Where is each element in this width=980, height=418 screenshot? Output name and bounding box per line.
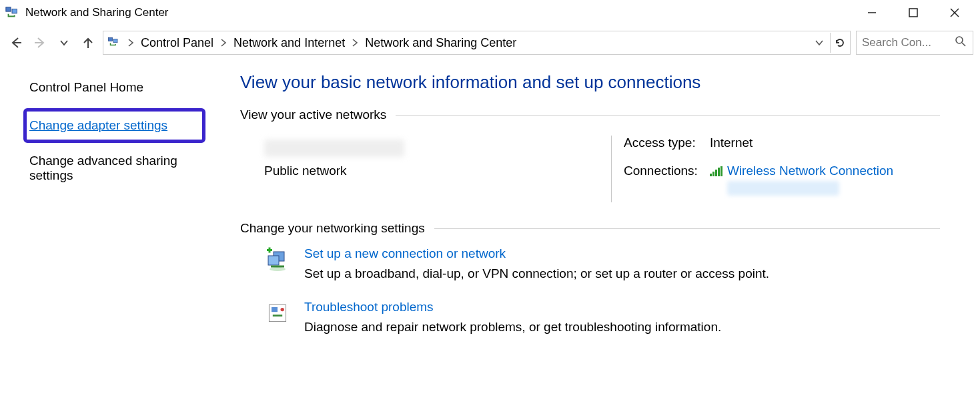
- connection-link[interactable]: Wireless Network Connection: [727, 164, 893, 178]
- breadcrumb-separator-icon[interactable]: [217, 38, 229, 47]
- breadcrumb-item-control-panel[interactable]: Control Panel: [137, 35, 217, 51]
- svg-point-10: [956, 37, 963, 43]
- search-box[interactable]: [856, 31, 973, 55]
- svg-point-21: [270, 267, 286, 271]
- divider: [396, 115, 940, 116]
- network-center-icon: [107, 36, 121, 49]
- up-button[interactable]: [79, 33, 97, 52]
- svg-point-24: [281, 308, 284, 311]
- back-button[interactable]: [7, 33, 25, 52]
- sidebar-link-control-panel-home[interactable]: Control Panel Home: [29, 80, 224, 95]
- close-button[interactable]: [945, 3, 964, 22]
- breadcrumb-item-network-sharing[interactable]: Network and Sharing Center: [361, 35, 520, 51]
- svg-line-11: [962, 43, 965, 46]
- svg-rect-14: [715, 170, 717, 176]
- svg-rect-1: [12, 9, 17, 13]
- svg-rect-15: [718, 168, 720, 176]
- window-controls: [863, 3, 976, 22]
- section-title: Change your networking settings: [240, 221, 425, 236]
- maximize-button[interactable]: [904, 3, 923, 22]
- access-type-label: Access type:: [624, 136, 698, 150]
- address-dropdown-button[interactable]: [810, 33, 829, 53]
- forward-button[interactable]: [31, 33, 49, 52]
- network-type: Public network: [264, 164, 611, 178]
- breadcrumb-item-network-internet[interactable]: Network and Internet: [229, 35, 349, 51]
- svg-rect-18: [268, 256, 279, 265]
- breadcrumb-label: Network and Sharing Center: [361, 35, 520, 51]
- sidebar: Control Panel Home Change adapter settin…: [0, 72, 240, 353]
- search-icon[interactable]: [955, 36, 967, 49]
- troubleshoot-item: Troubleshoot problems Diagnose and repai…: [264, 300, 940, 335]
- navigation-bar: Control Panel Network and Internet Netwo…: [0, 25, 980, 60]
- minimize-button[interactable]: [863, 3, 881, 22]
- svg-rect-8: [109, 37, 113, 41]
- troubleshoot-desc: Diagnose and repair network problems, or…: [304, 320, 721, 335]
- page-heading: View your basic network information and …: [240, 72, 940, 93]
- section-header-active-networks: View your active networks: [240, 108, 940, 122]
- svg-rect-20: [269, 248, 271, 253]
- recent-locations-button[interactable]: [55, 33, 73, 52]
- svg-rect-13: [712, 172, 714, 176]
- svg-rect-16: [720, 166, 722, 176]
- network-name-redacted: [264, 140, 404, 157]
- sidebar-link-change-adapter[interactable]: Change adapter settings: [29, 118, 167, 133]
- setup-connection-desc: Set up a broadband, dial-up, or VPN conn…: [304, 266, 769, 281]
- svg-rect-9: [113, 39, 117, 43]
- svg-rect-12: [710, 174, 712, 176]
- network-center-icon: [4, 5, 20, 21]
- breadcrumb-separator-icon[interactable]: [125, 38, 137, 47]
- active-network-panel: Public network Access type: Internet Con…: [240, 133, 940, 221]
- window-title: Network and Sharing Center: [25, 6, 169, 19]
- setup-connection-link[interactable]: Set up a new connection or network: [304, 246, 769, 261]
- setup-connection-item: Set up a new connection or network Set u…: [264, 246, 940, 281]
- setup-connection-icon: [264, 246, 291, 273]
- svg-rect-23: [272, 307, 278, 312]
- vertical-divider: [611, 136, 612, 202]
- section-title: View your active networks: [240, 108, 386, 122]
- main-content: View your basic network information and …: [240, 72, 980, 353]
- connections-label: Connections:: [624, 164, 698, 178]
- divider: [434, 228, 940, 229]
- breadcrumb-separator-icon[interactable]: [349, 38, 361, 47]
- access-type-value: Internet: [710, 136, 893, 150]
- breadcrumb-label: Network and Internet: [229, 35, 349, 51]
- section-header-change-settings: Change your networking settings: [240, 221, 940, 236]
- address-bar[interactable]: Control Panel Network and Internet Netwo…: [103, 31, 851, 55]
- svg-rect-3: [909, 9, 917, 17]
- sidebar-link-change-advanced[interactable]: Change advanced sharing settings: [29, 154, 224, 183]
- wifi-signal-icon: [710, 166, 723, 176]
- window-titlebar: Network and Sharing Center: [0, 0, 980, 25]
- highlight-box: Change adapter settings: [23, 108, 205, 143]
- svg-rect-0: [6, 7, 11, 11]
- troubleshoot-icon: [264, 300, 291, 327]
- troubleshoot-link[interactable]: Troubleshoot problems: [304, 300, 721, 315]
- breadcrumb-label: Control Panel: [137, 35, 217, 51]
- connection-detail-redacted: [727, 181, 839, 196]
- refresh-button[interactable]: [830, 33, 849, 53]
- search-input[interactable]: [862, 36, 942, 49]
